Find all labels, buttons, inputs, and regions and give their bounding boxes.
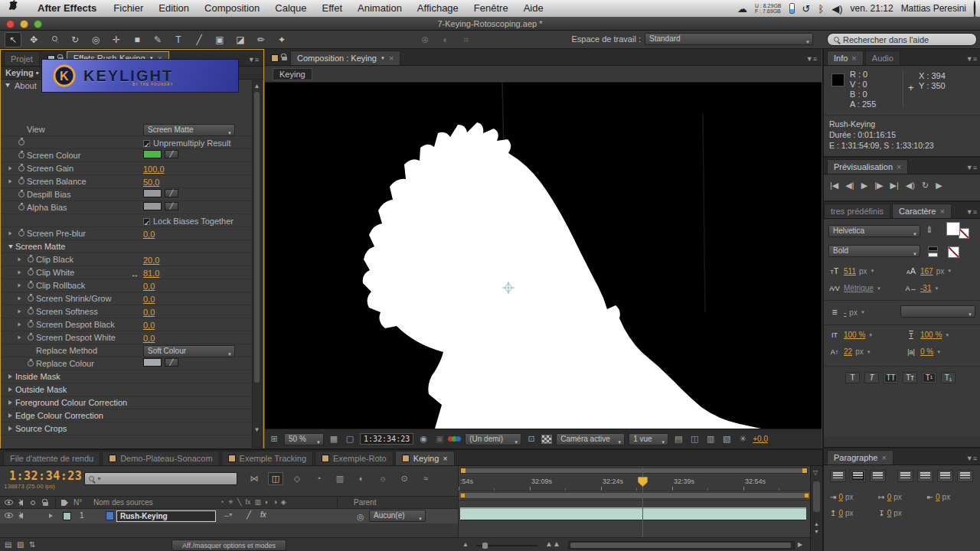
scrollbar-thumb[interactable] [254,92,260,383]
navigator-end-handle[interactable] [802,468,807,473]
effect-row-clip-rollback[interactable]: Clip Rollback0,0 [1,279,252,292]
param-number-screen-pre-blur[interactable]: 0,0 [143,228,155,241]
indent-left-value[interactable]: 0 [838,493,843,501]
help-search-input[interactable]: Rechercher dans l'aide [827,33,977,46]
character-close-icon[interactable]: × [939,204,944,219]
pan-behind-tool[interactable]: ✛ [108,32,125,47]
expander-down-icon[interactable] [8,245,13,249]
space-before-field[interactable]: ↥0px [830,509,878,517]
space-before-value[interactable]: 0 [838,509,843,517]
stopwatch-icon[interactable] [15,230,27,236]
param-number-screen-despot-black[interactable]: 0,0 [143,319,155,332]
track-options-icon[interactable]: ▽ [813,469,818,476]
app-menu[interactable]: After Effects [28,0,106,17]
stroke-color-swatch[interactable] [959,228,969,239]
effect-row-alpha-bias[interactable]: Alpha Bias╱ [1,201,252,214]
expander-icon[interactable] [15,257,24,262]
expander-icon[interactable] [5,166,15,171]
draft-3d-icon[interactable]: ◇ [289,472,305,485]
volume-icon[interactable]: ◀) [831,3,842,15]
effect-row-view[interactable]: ViewScreen Matte [1,123,252,136]
menu-calque[interactable]: Calque [267,0,314,17]
faux-italic-button[interactable]: T [864,372,879,383]
tab-character[interactable]: Caractère × [892,204,952,218]
next-frame-button[interactable]: |▶ [874,181,883,191]
group-expander-icon[interactable] [5,400,15,405]
param-number-clip-black[interactable]: 20,0 [143,254,159,267]
expander-right-icon[interactable] [18,336,21,340]
stroke-style-select[interactable] [900,305,975,318]
motion-blur-icon[interactable]: ◐ [354,472,369,485]
effects-scrollbar[interactable]: ▲ ▼ [252,80,262,448]
expander-right-icon[interactable] [9,167,12,171]
tracking-dropdown-icon[interactable]: ▼ [934,286,939,291]
mask-visibility-icon[interactable]: ▢ [344,434,356,444]
time-machine-icon[interactable]: ↺ [802,3,811,15]
stopwatch-icon[interactable] [24,295,36,302]
comp-mini-flowchart-icon[interactable]: ◫ [268,472,283,485]
group-expander-icon[interactable] [5,374,15,379]
align-left-button[interactable] [830,470,846,482]
no-stroke-chip[interactable] [948,246,959,258]
effect-row-edge-colour-correction[interactable]: Edge Colour Correction [1,409,252,422]
frame-blend-icon[interactable]: ▥ [332,472,348,485]
group-expander-icon[interactable] [5,426,15,431]
auto-keyframe-icon[interactable]: ⊙ [397,472,412,485]
layer-video-icon[interactable] [5,513,13,518]
eyedropper-icon[interactable]: ╱ [165,150,178,158]
preview-close-icon[interactable]: × [897,160,901,174]
brush-tool[interactable]: ╱ [191,32,207,47]
pixel-aspect-icon[interactable]: ◫ [688,434,701,444]
exposure-icon[interactable]: ✳ [737,434,749,444]
info-panel-menu-icon[interactable]: ▼≡ [966,55,980,65]
stopwatch-icon[interactable] [24,321,36,328]
exposure-value[interactable]: +0,0 [753,435,768,443]
shape-tool[interactable]: ■ [129,32,145,47]
effect-row-clip-black[interactable]: Clip Black20,0 [1,253,252,266]
expand-inout-icon[interactable]: ⇅ [29,540,35,549]
tab-demo-plateau-sonacom[interactable]: Demo-Plateau-Sonacom [102,451,219,465]
tab-file-d-attente-de-rendu[interactable]: File d'attente de rendu [3,451,100,465]
vscroll-up-icon[interactable]: ▲ [814,521,819,527]
horizontal-scrollbar[interactable] [568,541,795,549]
eraser-tool[interactable]: ◪ [232,32,249,47]
kerning-value[interactable]: Métrique [844,284,874,292]
timeline-zoom-slider[interactable] [476,545,537,546]
timeline-button-icon[interactable]: ▥ [704,434,717,444]
font-size-value[interactable]: 511 [844,267,856,276]
active-camera-select[interactable]: Caméra active [556,433,625,445]
expander-right-icon[interactable] [9,180,12,184]
vertical-scale-dropdown-icon[interactable]: ▼ [868,333,873,337]
tab-exemple-tracking[interactable]: Exemple Tracking [221,451,313,465]
justify-last-left-button[interactable] [897,470,913,482]
stopwatch-icon[interactable] [24,256,36,262]
layer-quality-icon[interactable]: ╱ [247,510,251,519]
justify-last-center-button[interactable] [917,470,933,482]
menu-affichage[interactable]: Affichage [410,0,466,17]
graph-editor-icon[interactable]: ≈ [418,472,433,485]
transparency-grid-icon[interactable] [541,435,552,444]
work-area-bar[interactable] [459,491,810,500]
expander-icon[interactable] [15,309,24,314]
apple-menu-icon[interactable] [0,0,28,17]
indent-right-field[interactable]: ⇤0px [927,493,975,501]
show-snapshot-icon[interactable]: ▣ [433,434,446,444]
resolution-select[interactable]: (Un demi) [465,433,521,445]
baseline-shift-value[interactable]: 22 [844,347,852,356]
effect-row-replace-method[interactable]: Replace MethodSoft Colour [1,344,252,357]
stopwatch-icon[interactable] [24,282,36,289]
expand-transfer-icon[interactable]: ▧ [17,540,24,549]
parent-select[interactable]: Aucun(e) [369,510,426,522]
expander-right-icon[interactable] [8,400,12,405]
effect-row-unpremultiply-result[interactable]: Unpremultiply Result [1,136,252,149]
show-channel-icon[interactable] [449,436,461,442]
paragraph-close-icon[interactable]: × [882,451,887,465]
indent-right-value[interactable]: 0 [936,493,940,501]
menu-animation[interactable]: Animation [350,0,410,17]
effect-row-screen-matte[interactable]: Screen Matte [1,240,252,253]
clone-stamp-tool[interactable]: ▣ [211,32,228,47]
ram-preview-button[interactable]: ▶ [936,181,942,191]
tab-audio[interactable]: Audio [865,51,900,65]
small-caps-button[interactable]: Tт [903,372,917,383]
align-right-button[interactable] [870,470,886,482]
